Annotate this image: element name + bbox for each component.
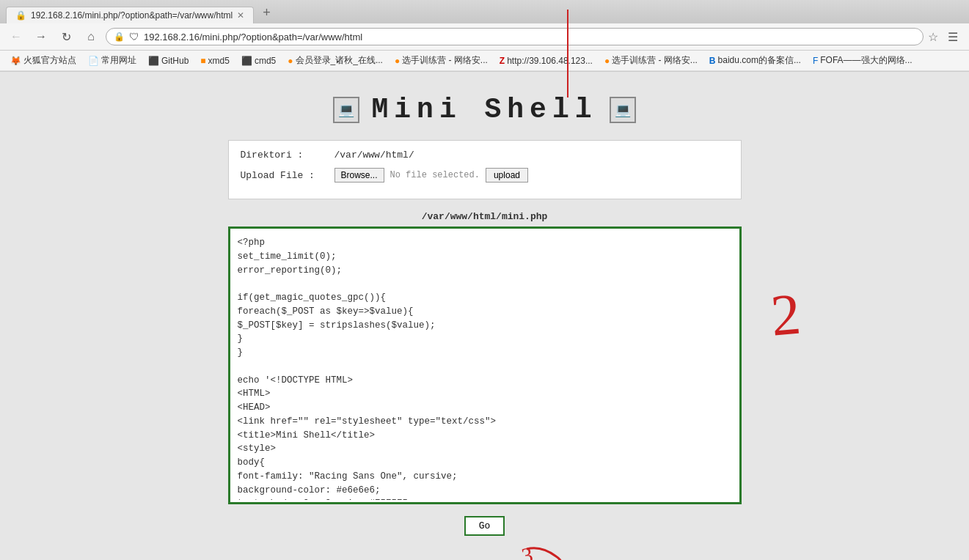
arrow-3-svg: 3 bbox=[519, 542, 578, 560]
bookmark-github-icon: ⬛ bbox=[148, 56, 159, 66]
upload-label: Upload File : bbox=[241, 170, 329, 181]
tab-title: 192.168.2.16/mini.php/?option&path=/var/… bbox=[31, 10, 233, 21]
bookmark-xmd5-icon: ■ bbox=[200, 56, 205, 66]
address-input[interactable] bbox=[144, 32, 915, 43]
page-content: 💻 Mini Shell 💻 Direktori : /var/www/html… bbox=[0, 72, 969, 560]
bookmark-github-label: GitHub bbox=[161, 56, 189, 66]
bookmark-fofa-label: FOFA——强大的网络... bbox=[820, 54, 912, 67]
bookmark-ip[interactable]: Z http://39.106.48.123... bbox=[495, 54, 597, 67]
bookmark-xmd5-label: xmd5 bbox=[208, 56, 230, 66]
new-tab-button[interactable]: + bbox=[257, 2, 277, 23]
annotation-3: 3 bbox=[519, 542, 578, 560]
tab-icon: 🔒 bbox=[15, 10, 26, 21]
bookmark-cmd5-icon: ⬛ bbox=[241, 56, 252, 66]
bookmarks-bar: 🦊 火狐官方站点 📄 常用网址 ⬛ GitHub ■ xmd5 ⬛ cmd5 ●… bbox=[0, 51, 969, 71]
direktori-value: /var/www/html/ bbox=[334, 150, 414, 161]
bookmark-cmd5-label: cmd5 bbox=[255, 56, 276, 66]
nav-bar: ← → ↻ ⌂ 🔒 🛡 ☆ ☰ bbox=[0, 23, 969, 51]
bookmark-training2-label: 选手训练营 - 网络安... bbox=[612, 54, 698, 67]
red-line-annotation bbox=[567, 10, 568, 97]
bookmark-baidu-icon: B bbox=[709, 56, 716, 66]
shell-icon-left: 💻 bbox=[333, 97, 359, 123]
bookmark-xmd5[interactable]: ■ xmd5 bbox=[196, 54, 234, 67]
shell-icon-left-symbol: 💻 bbox=[338, 102, 354, 118]
bookmark-training2[interactable]: ● 选手训练营 - 网络安... bbox=[600, 53, 702, 68]
menu-button[interactable]: ☰ bbox=[943, 26, 963, 47]
code-editor-outer bbox=[228, 226, 742, 504]
file-input-label: No file selected. bbox=[390, 170, 480, 180]
bookmark-common-icon: 📄 bbox=[88, 56, 99, 66]
footer-area: Zerion Mini Shell 1.0 3 bbox=[391, 542, 579, 560]
code-editor[interactable] bbox=[230, 229, 739, 500]
bookmark-ip-icon: Z bbox=[500, 56, 505, 66]
direktori-row: Direktori : /var/www/html/ bbox=[241, 150, 729, 161]
go-button[interactable]: Go bbox=[464, 516, 505, 536]
code-editor-container: 2 bbox=[228, 226, 742, 504]
bookmark-fofa-icon: F bbox=[813, 56, 818, 66]
shell-icon-right-symbol: 💻 bbox=[615, 102, 631, 118]
bookmark-training1-label: 选手训练营 - 网络安... bbox=[402, 54, 488, 67]
bookmark-cmd5[interactable]: ⬛ cmd5 bbox=[237, 54, 280, 67]
home-button[interactable]: ⌂ bbox=[81, 26, 101, 47]
bookmark-fire[interactable]: 🦊 火狐官方站点 bbox=[6, 53, 81, 68]
info-panel: Direktori : /var/www/html/ Upload File :… bbox=[228, 140, 742, 199]
svg-text:3: 3 bbox=[520, 542, 535, 560]
tab-close-icon[interactable]: ✕ bbox=[237, 10, 244, 21]
bookmark-baidu-label: baidu.com的备案信... bbox=[718, 54, 801, 67]
shell-title-area: 💻 Mini Shell 💻 bbox=[333, 94, 635, 125]
browser-chrome: 🔒 192.168.2.16/mini.php/?option&path=/va… bbox=[0, 0, 969, 72]
bookmark-member-label: 会员登录_诸秋_在线... bbox=[296, 54, 383, 67]
bookmark-training1[interactable]: ● 选手训练营 - 网络安... bbox=[390, 53, 492, 68]
bookmark-star-icon[interactable]: ☆ bbox=[928, 30, 938, 44]
shell-icon-right: 💻 bbox=[610, 97, 636, 123]
file-path-label: /var/www/html/mini.php bbox=[422, 211, 548, 222]
tab-bar: 🔒 192.168.2.16/mini.php/?option&path=/va… bbox=[0, 0, 969, 23]
address-bar-container: 🔒 🛡 bbox=[106, 28, 924, 45]
bookmark-training1-icon: ● bbox=[395, 56, 400, 66]
bookmark-ip-label: http://39.106.48.123... bbox=[507, 56, 593, 66]
go-area: Go Zerion Mini Shell 1.0 3 bbox=[391, 516, 579, 560]
lock-icon: 🔒 bbox=[114, 32, 125, 42]
bookmark-member[interactable]: ● 会员登录_诸秋_在线... bbox=[283, 53, 387, 68]
bookmark-training2-icon: ● bbox=[604, 56, 610, 66]
bookmark-baidu[interactable]: B baidu.com的备案信... bbox=[705, 53, 805, 68]
page-title: Mini Shell bbox=[371, 94, 597, 125]
reload-button[interactable]: ↻ bbox=[56, 26, 76, 47]
bookmark-github[interactable]: ⬛ GitHub bbox=[144, 54, 193, 67]
bookmark-common-label: 常用网址 bbox=[101, 54, 136, 67]
bookmark-fofa[interactable]: F FOFA——强大的网络... bbox=[808, 53, 917, 68]
active-tab[interactable]: 🔒 192.168.2.16/mini.php/?option&path=/va… bbox=[6, 7, 254, 23]
bookmark-member-icon: ● bbox=[288, 56, 293, 66]
bookmark-fire-label: 火狐官方站点 bbox=[23, 54, 76, 67]
forward-button[interactable]: → bbox=[31, 26, 51, 47]
browse-button[interactable]: Browse... bbox=[334, 168, 384, 183]
upload-button[interactable]: upload bbox=[486, 168, 528, 183]
shield-icon: 🛡 bbox=[129, 31, 139, 43]
bookmark-fire-icon: 🦊 bbox=[10, 56, 21, 66]
direktori-label: Direktori : bbox=[241, 150, 329, 161]
bookmark-common[interactable]: 📄 常用网址 bbox=[84, 53, 141, 68]
annotation-2: 2 bbox=[768, 284, 802, 345]
upload-row: Upload File : Browse... No file selected… bbox=[241, 168, 729, 183]
back-button[interactable]: ← bbox=[6, 26, 26, 47]
